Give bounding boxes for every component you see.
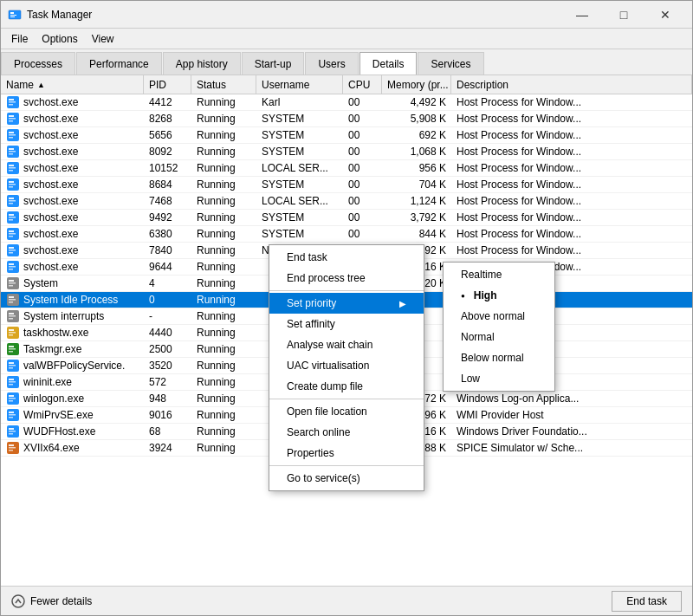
- cell-desc: WMI Provider Host: [451, 408, 692, 422]
- process-icon: [6, 194, 20, 208]
- col-header-status[interactable]: Status: [191, 75, 256, 94]
- process-icon: [6, 425, 20, 438]
- svg-rect-42: [9, 250, 16, 251]
- ctx-end-process-tree[interactable]: End process tree: [269, 268, 424, 289]
- ctx-uac-virtualisation[interactable]: UAC virtualisation: [269, 355, 424, 376]
- ctx-set-priority[interactable]: Set priority ▶: [269, 293, 424, 314]
- svg-rect-89: [9, 444, 14, 446]
- ctx-create-dump-file[interactable]: Create dump file: [269, 376, 424, 397]
- tab-app-history[interactable]: App history: [163, 52, 241, 75]
- tab-details[interactable]: Details: [359, 52, 418, 75]
- svg-rect-38: [9, 233, 16, 235]
- process-icon: [6, 227, 20, 241]
- svg-rect-54: [9, 299, 16, 301]
- process-icon: [6, 260, 20, 274]
- ctx-search-online[interactable]: Search online: [269, 422, 424, 443]
- process-icon: [6, 161, 20, 175]
- col-header-pid[interactable]: PID: [144, 75, 191, 94]
- ctx-properties[interactable]: Properties: [269, 443, 424, 464]
- priority-high[interactable]: High: [444, 285, 554, 306]
- cell-cpu: 00: [343, 194, 382, 208]
- tab-users[interactable]: Users: [305, 52, 358, 75]
- ctx-end-task[interactable]: End task: [269, 247, 424, 268]
- svg-rect-90: [9, 447, 16, 449]
- cell-cpu: 00: [343, 178, 382, 191]
- process-icon: [6, 309, 20, 323]
- tab-startup[interactable]: Start-up: [242, 52, 305, 75]
- svg-rect-45: [9, 263, 14, 265]
- col-header-memory[interactable]: Memory (pr...: [382, 75, 451, 94]
- end-task-button[interactable]: End task: [612, 591, 682, 612]
- table-row[interactable]: svchost.exe 10152 Running LOCAL SER... 0…: [1, 160, 692, 177]
- svg-rect-73: [9, 379, 14, 380]
- cell-status: Running: [191, 309, 256, 323]
- cell-desc: Host Process for Window...: [451, 194, 692, 208]
- table-row[interactable]: svchost.exe 7468 Running LOCAL SER... 00…: [1, 193, 692, 210]
- menu-view[interactable]: View: [85, 29, 121, 49]
- cell-status: Running: [191, 408, 256, 422]
- cell-name: svchost.exe: [1, 259, 144, 275]
- cell-memory: 956 K: [382, 161, 451, 175]
- table-row[interactable]: svchost.exe 8268 Running SYSTEM 00 5,908…: [1, 111, 692, 127]
- cell-username: SYSTEM: [256, 227, 343, 241]
- cell-cpu: 00: [343, 112, 382, 126]
- maximize-button[interactable]: □: [604, 2, 644, 28]
- cell-memory: 5,908 K: [382, 112, 451, 126]
- svg-rect-81: [9, 412, 14, 413]
- col-header-name[interactable]: Name ▲: [1, 75, 144, 94]
- cell-memory: 704 K: [382, 178, 451, 191]
- table-row[interactable]: svchost.exe 5656 Running SYSTEM 00 692 K…: [1, 127, 692, 144]
- ctx-analyse-wait-chain[interactable]: Analyse wait chain: [269, 334, 424, 355]
- process-icon: [6, 95, 20, 109]
- cell-pid: 3924: [144, 441, 191, 455]
- svg-rect-50: [9, 282, 16, 284]
- priority-normal[interactable]: Normal: [444, 327, 554, 347]
- cell-pid: 572: [144, 375, 191, 389]
- svg-rect-21: [9, 165, 14, 166]
- table-row[interactable]: svchost.exe 6380 Running SYSTEM 00 844 K…: [1, 226, 692, 243]
- process-icon: [6, 112, 20, 126]
- table-row[interactable]: svchost.exe 4412 Running Karl 00 4,492 K…: [1, 94, 692, 111]
- table-row[interactable]: svchost.exe 8684 Running SYSTEM 00 704 K…: [1, 177, 692, 193]
- cell-desc: Host Process for Window...: [451, 243, 692, 257]
- col-header-cpu[interactable]: CPU: [343, 75, 382, 94]
- minimize-button[interactable]: —: [562, 2, 602, 28]
- priority-below-normal[interactable]: Below normal: [444, 347, 554, 368]
- menu-options[interactable]: Options: [35, 29, 84, 49]
- cell-name: svchost.exe: [1, 127, 144, 143]
- ctx-set-affinity[interactable]: Set affinity: [269, 314, 424, 334]
- svg-rect-22: [9, 167, 16, 169]
- col-header-username[interactable]: Username: [256, 75, 343, 94]
- fewer-details-button[interactable]: Fewer details: [11, 594, 92, 608]
- priority-low[interactable]: Low: [444, 368, 554, 389]
- cell-name: Taskmgr.exe: [1, 341, 144, 357]
- process-icon: [6, 392, 20, 405]
- chevron-up-icon: [11, 594, 25, 608]
- tab-services[interactable]: Services: [418, 52, 483, 75]
- svg-rect-70: [9, 365, 16, 366]
- priority-realtime[interactable]: Realtime: [444, 264, 554, 285]
- svg-rect-78: [9, 398, 16, 399]
- svg-rect-29: [9, 198, 14, 199]
- table-row[interactable]: svchost.exe 8092 Running SYSTEM 00 1,068…: [1, 144, 692, 160]
- col-header-desc[interactable]: Description: [451, 75, 692, 94]
- cell-pid: 9016: [144, 408, 191, 422]
- cell-pid: 4412: [144, 95, 191, 109]
- tab-processes[interactable]: Processes: [1, 52, 75, 75]
- close-button[interactable]: ✕: [645, 2, 685, 28]
- cell-pid: 3520: [144, 359, 191, 373]
- cell-memory: 1,068 K: [382, 145, 451, 159]
- cell-username: SYSTEM: [256, 128, 343, 142]
- cell-status: Running: [191, 359, 256, 373]
- table-row[interactable]: svchost.exe 9492 Running SYSTEM 00 3,792…: [1, 210, 692, 226]
- cell-status: Running: [191, 211, 256, 224]
- context-menu: End task End process tree Set priority ▶…: [269, 244, 424, 491]
- tab-performance[interactable]: Performance: [76, 52, 162, 75]
- priority-above-normal[interactable]: Above normal: [444, 306, 554, 327]
- svg-rect-47: [9, 269, 13, 270]
- cell-pid: 4440: [144, 326, 191, 340]
- menu-file[interactable]: File: [4, 29, 35, 49]
- ctx-open-file-location[interactable]: Open file location: [269, 401, 424, 422]
- process-icon: [6, 276, 20, 290]
- ctx-go-to-services[interactable]: Go to service(s): [269, 468, 424, 489]
